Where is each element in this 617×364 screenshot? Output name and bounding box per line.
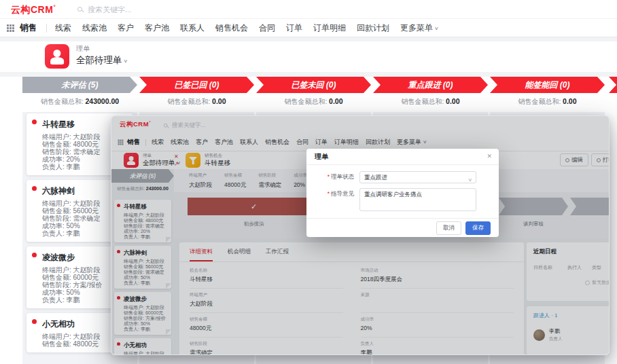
search-icon — [77, 7, 84, 13]
status-dot — [32, 319, 37, 324]
logo-badge: ° — [53, 4, 56, 10]
save-button[interactable]: 保存 — [465, 221, 491, 235]
status-dot — [32, 120, 37, 124]
stage-sum: 销售金额总和: 0.00 — [490, 97, 605, 107]
nav-item[interactable]: 客户 — [118, 22, 134, 34]
nav-item[interactable]: 订单 — [286, 22, 302, 34]
advice-field-label: *指导意见 — [306, 190, 354, 198]
stage-sum: 销售金额总和: 243000.00 — [22, 97, 137, 107]
stage-tab[interactable]: 重点跟进 (0) — [373, 77, 488, 93]
nav-item[interactable]: 线索池 — [82, 22, 107, 34]
nav-item[interactable]: 线索 — [55, 22, 71, 34]
cancel-button[interactable]: 取消 — [436, 221, 461, 235]
modal-title: 理单 — [306, 149, 499, 165]
ticket-header: 理单 全部待理单∨ — [0, 41, 617, 72]
stage-tab[interactable]: 能签能回 (0) — [490, 77, 605, 93]
ticket-modal: 理单 ✕ *理单状态 重点跟进∨ *指导意见 重点调研客户业务痛点 取消 保存 — [306, 149, 499, 237]
stage-sums: 销售金额总和: 243000.00销售金额总和: 0.00销售金额总和: 0.0… — [22, 97, 605, 107]
stage-arrow-partial — [609, 77, 617, 93]
stage-sum: 销售金额总和: 0.00 — [256, 97, 371, 107]
ticket-type-label: 理单 — [76, 44, 90, 54]
global-search-input[interactable]: 搜索关键字... — [77, 5, 131, 15]
topbar: 云构CRM° 搜索关键字... — [0, 0, 617, 19]
app-grid-icon[interactable] — [7, 24, 14, 32]
ticket-filter-select[interactable]: 全部待理单∨ — [76, 54, 128, 67]
nav-item[interactable]: 合同 — [259, 22, 275, 34]
ticket-person-icon — [45, 44, 69, 69]
close-icon[interactable]: ✕ — [487, 153, 492, 160]
stage-sum: 销售金额总和: 0.00 — [373, 97, 488, 107]
stage-tab[interactable]: 已签未回 (0) — [256, 77, 371, 93]
status-dot — [32, 253, 37, 257]
detail-window: 云构CRM° 搜索关键字... 销售 线索线索池客户客户池联系人销售机会合同订单… — [111, 115, 610, 355]
stage-tab[interactable]: 已签已回 (0) — [139, 77, 254, 93]
nav-item[interactable]: 客户池 — [145, 22, 169, 34]
nav-items: 线索线索池客户客户池联系人销售机会合同订单订单明细回款计划 — [55, 22, 389, 34]
stage-tabs: 未评估 (5)已签已回 (0)已签未回 (0)重点跟进 (0)能签能回 (0) — [22, 77, 605, 93]
modal-footer: 取消 保存 — [306, 218, 499, 237]
nav-module-sales[interactable]: 销售 — [20, 22, 37, 34]
main-nav: 销售 线索线索池客户客户池联系人销售机会合同订单订单明细回款计划 更多菜单∨ — [0, 19, 617, 37]
chevron-down-icon: ∨ — [434, 26, 439, 31]
brand-logo: 云构CRM° — [11, 4, 56, 16]
nav-item[interactable]: 订单明细 — [313, 22, 346, 34]
nav-item[interactable]: 销售机会 — [215, 22, 248, 34]
divider-strip — [0, 72, 617, 77]
nav-item[interactable]: 联系人 — [180, 22, 205, 34]
required-mark: * — [328, 173, 330, 180]
nav-more-menu[interactable]: 更多菜单∨ — [400, 22, 439, 34]
chevron-down-icon: ∨ — [124, 58, 128, 64]
status-select[interactable]: 重点跟进∨ — [359, 171, 476, 183]
screen: 云构CRM° 搜索关键字... 销售 线索线索池客户客户池联系人销售机会合同订单… — [0, 0, 617, 364]
nav-divider — [46, 24, 47, 33]
search-placeholder: 搜索关键字... — [88, 5, 131, 15]
advice-textarea[interactable]: 重点调研客户业务痛点 — [359, 188, 476, 211]
nav-item[interactable]: 回款计划 — [357, 22, 389, 34]
stage-tab[interactable]: 未评估 (5) — [22, 77, 137, 93]
status-field-label: *理单状态 — [306, 173, 354, 181]
required-mark: * — [328, 190, 330, 197]
status-dot — [32, 186, 37, 191]
chevron-down-icon: ∨ — [468, 176, 472, 184]
stage-sum: 销售金额总和: 0.00 — [139, 97, 254, 107]
